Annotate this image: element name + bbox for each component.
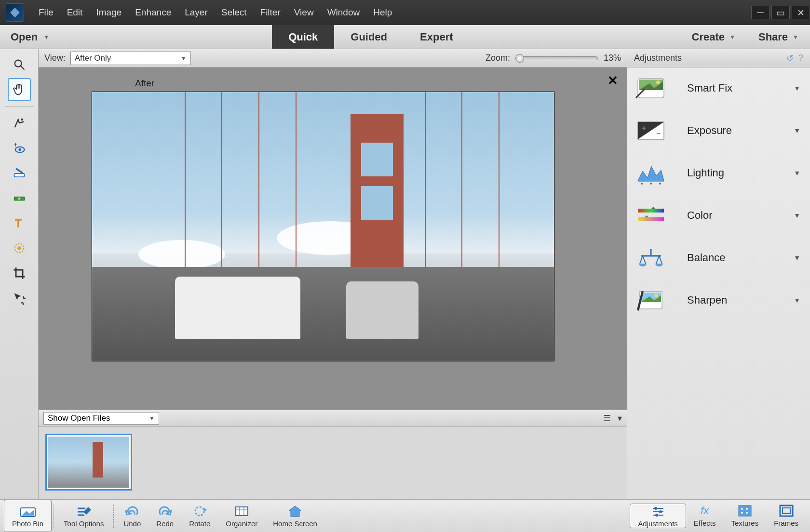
svg-text:+: + <box>642 124 646 132</box>
hand-tool[interactable] <box>8 78 31 101</box>
bottom-label: Tool Options <box>64 519 104 528</box>
svg-marker-0 <box>11 8 19 17</box>
rotate-button[interactable]: Rotate <box>181 500 218 532</box>
adjustments-header: Adjustments ↺ ? <box>627 49 810 67</box>
bin-dropdown-value: Show Open Files <box>48 413 110 423</box>
svg-rect-60 <box>739 505 751 516</box>
whiten-teeth-tool[interactable] <box>8 161 31 185</box>
adjustment-label: Sharpen <box>687 294 774 306</box>
menu-help[interactable]: Help <box>373 7 392 18</box>
quick-selection-tool[interactable] <box>8 111 31 134</box>
svg-line-35 <box>656 256 659 264</box>
svg-rect-27 <box>638 209 664 213</box>
mode-tabs: Quick Guided Expert <box>272 25 469 49</box>
zoom-tool[interactable] <box>8 53 31 76</box>
svg-rect-7 <box>14 173 24 177</box>
adjustments-tab-button[interactable]: Adjustments <box>630 504 686 528</box>
adjustment-sharpen[interactable]: Sharpen ▼ <box>634 288 803 312</box>
adjustment-smart-fix[interactable]: Smart Fix ▼ <box>634 76 803 100</box>
photo-bin <box>39 427 627 499</box>
share-button[interactable]: Share ▼ <box>747 25 810 49</box>
adjustment-label: Balance <box>687 252 774 264</box>
undo-icon <box>124 504 140 519</box>
effects-tab-button[interactable]: fx Effects <box>686 504 724 527</box>
reset-icon[interactable]: ↺ <box>786 53 794 64</box>
svg-point-26 <box>659 183 661 185</box>
tool-options-button[interactable]: Tool Options <box>56 500 111 532</box>
chevron-down-icon: ▼ <box>181 55 187 62</box>
menu-view[interactable]: View <box>294 7 314 18</box>
adjustment-exposure[interactable]: +− Exposure ▼ <box>634 119 803 143</box>
chevron-down-icon: ▼ <box>43 34 49 40</box>
menu-enhance[interactable]: Enhance <box>135 7 171 18</box>
view-dropdown[interactable]: After Only ▼ <box>70 52 191 65</box>
tab-expert[interactable]: Expert <box>404 25 469 49</box>
svg-point-3 <box>21 119 23 121</box>
photo-bin-button[interactable]: Photo Bin <box>4 500 52 532</box>
bin-dropdown[interactable]: Show Open Files ▼ <box>43 412 159 425</box>
organizer-button[interactable]: Organizer <box>218 500 265 532</box>
create-button[interactable]: Create ▼ <box>680 25 747 49</box>
svg-point-57 <box>654 507 657 510</box>
mode-bar: Open ▼ Quick Guided Expert Create ▼ Shar… <box>0 25 810 49</box>
menu-edit[interactable]: Edit <box>67 7 83 18</box>
window-controls: ─ ▭ ✕ <box>749 6 810 19</box>
menu-filter[interactable]: Filter <box>260 7 281 18</box>
svg-line-34 <box>643 256 646 264</box>
document-canvas[interactable] <box>92 92 554 361</box>
exposure-icon: +− <box>634 119 668 143</box>
svg-marker-29 <box>651 207 655 209</box>
menu-select[interactable]: Select <box>221 7 247 18</box>
zoom-slider[interactable] <box>516 56 598 60</box>
move-tool[interactable] <box>8 287 31 310</box>
adjustment-lighting[interactable]: Lighting ▼ <box>634 161 803 185</box>
textures-icon <box>737 504 753 518</box>
close-document-button[interactable]: ✕ <box>608 73 618 88</box>
open-button[interactable]: Open ▼ <box>0 25 60 49</box>
redo-icon <box>157 504 173 519</box>
svg-point-59 <box>655 514 658 517</box>
svg-rect-28 <box>638 217 664 221</box>
bin-collapse-icon[interactable]: ▾ <box>618 413 622 424</box>
menu-image[interactable]: Image <box>96 7 122 18</box>
bottom-label: Adjustments <box>638 519 678 528</box>
photo-thumbnail[interactable] <box>45 434 132 491</box>
undo-button[interactable]: Undo <box>116 500 148 532</box>
frames-tab-button[interactable]: Frames <box>766 504 806 527</box>
svg-text:−: − <box>656 130 661 138</box>
menu-layer[interactable]: Layer <box>185 7 208 18</box>
mode-right-actions: Create ▼ Share ▼ <box>680 25 810 49</box>
crop-tool[interactable] <box>8 262 31 285</box>
straighten-tool[interactable] <box>8 186 31 210</box>
menu-window[interactable]: Window <box>327 7 360 18</box>
svg-point-63 <box>741 512 743 514</box>
svg-line-2 <box>21 66 24 70</box>
tab-guided[interactable]: Guided <box>334 25 404 49</box>
adjustment-balance[interactable]: Balance ▼ <box>634 246 803 270</box>
bin-list-icon[interactable]: ☰ <box>603 413 611 424</box>
svg-point-24 <box>641 183 643 185</box>
open-label: Open <box>11 31 38 43</box>
adjustments-icon <box>650 504 666 519</box>
help-icon[interactable]: ? <box>798 53 803 64</box>
tab-quick[interactable]: Quick <box>272 25 334 49</box>
maximize-button[interactable]: ▭ <box>771 6 790 19</box>
type-tool[interactable]: T <box>8 212 31 235</box>
menu-file[interactable]: File <box>39 7 54 18</box>
textures-tab-button[interactable]: Textures <box>723 504 766 527</box>
close-button[interactable]: ✕ <box>792 6 810 19</box>
minimize-button[interactable]: ─ <box>751 6 770 19</box>
home-screen-button[interactable]: Home Screen <box>265 500 325 532</box>
bottom-label: Organizer <box>226 519 257 528</box>
main-area: + T View: After Only ▼ Zoom: 13% ✕ After <box>0 49 810 499</box>
zoom-slider-thumb[interactable] <box>515 54 524 63</box>
spot-healing-tool[interactable] <box>8 237 31 260</box>
adjustment-color[interactable]: Color ▼ <box>634 203 803 227</box>
after-label: After <box>135 78 154 89</box>
redeye-tool[interactable]: + <box>8 136 31 160</box>
view-bar: View: After Only ▼ Zoom: 13% <box>39 49 627 67</box>
bottom-right-group: Adjustments fx Effects Textures Frames <box>630 504 806 528</box>
rotate-icon <box>191 504 208 519</box>
redo-button[interactable]: Redo <box>148 500 181 532</box>
svg-point-58 <box>659 510 662 513</box>
